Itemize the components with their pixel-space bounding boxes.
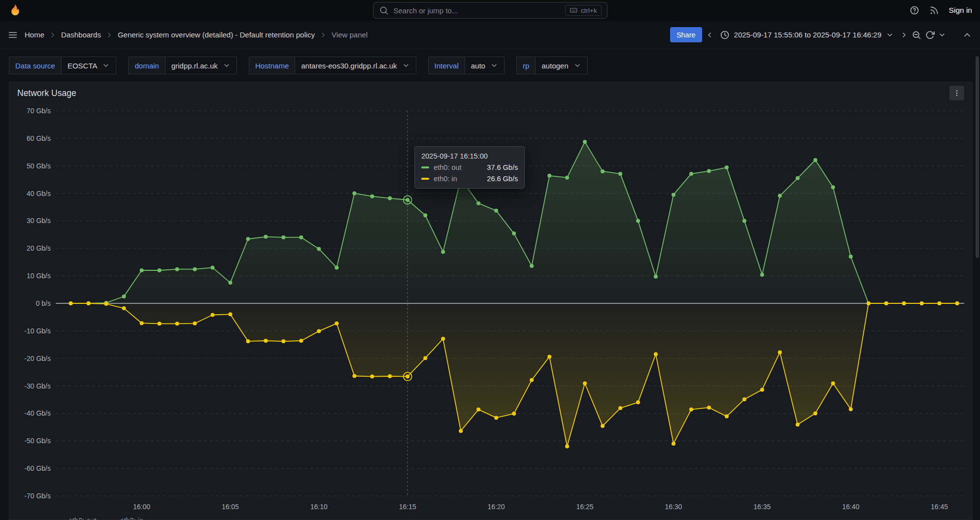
breadcrumb-dashboard-name[interactable]: Generic system overview (detailed) - Def… (118, 31, 315, 39)
menu-button[interactable] (8, 30, 18, 40)
shortcut-text: ctrl+k (581, 7, 597, 14)
panel-title: Network Usage (17, 88, 76, 98)
news-button[interactable] (929, 5, 939, 15)
time-range-button[interactable]: 2025-09-17 15:55:06 to 2025-09-17 16:46:… (717, 27, 897, 43)
chevron-up-icon (962, 30, 972, 40)
series-swatch (421, 166, 429, 168)
svg-text:-50 Gb/s: -50 Gb/s (24, 437, 51, 445)
chart-legend: eth0: out eth0: in (9, 514, 972, 520)
shortcut-hint: ctrl+k (565, 5, 602, 16)
search-icon (379, 5, 389, 15)
topbar-right: Sign in (910, 5, 972, 15)
variable-hostname-select[interactable]: antares-eos30.gridpp.rl.ac.uk (295, 57, 416, 74)
chevron-down-icon (490, 62, 498, 69)
svg-text:40 Gb/s: 40 Gb/s (27, 190, 51, 197)
kebab-menu-icon (953, 89, 961, 97)
svg-text:-40 Gb/s: -40 Gb/s (24, 409, 51, 417)
chart-area: 70 Gb/s60 Gb/s50 Gb/s40 Gb/s30 Gb/s20 Gb… (9, 104, 972, 514)
collapse-button[interactable] (962, 30, 972, 40)
svg-text:-10 Gb/s: -10 Gb/s (24, 327, 51, 335)
time-forward-button[interactable] (900, 31, 908, 39)
variable-interval: Interval auto (428, 57, 505, 74)
template-variables-row: Data source EOSCTA domain gridpp.rl.ac.u… (0, 49, 980, 82)
svg-text:16:05: 16:05 (222, 503, 239, 511)
chevron-down-icon (938, 31, 946, 39)
network-usage-panel: Network Usage 70 Gb/s60 Gb/s50 Gb/s40 Gb… (9, 82, 973, 520)
scrollbar[interactable] (976, 56, 979, 258)
clock-icon (720, 30, 730, 40)
chevron-down-icon (223, 62, 231, 69)
svg-text:0 b/s: 0 b/s (36, 299, 51, 307)
chevron-down-icon (574, 62, 581, 69)
refresh-interval-dropdown[interactable] (938, 31, 946, 39)
svg-text:10 Gb/s: 10 Gb/s (27, 272, 51, 280)
time-back-button[interactable] (706, 31, 713, 39)
tooltip-row: eth0: in 26.6 Gb/s (421, 175, 518, 183)
svg-text:16:45: 16:45 (931, 503, 948, 511)
svg-text:-20 Gb/s: -20 Gb/s (24, 355, 51, 362)
variable-label: domain (128, 57, 165, 74)
legend-item-eth0-out[interactable]: eth0: out (57, 517, 96, 520)
svg-text:16:00: 16:00 (133, 503, 150, 511)
svg-text:60 Gb/s: 60 Gb/s (27, 134, 51, 142)
refresh-button[interactable] (925, 30, 935, 40)
svg-text:16:35: 16:35 (753, 503, 771, 511)
svg-text:16:25: 16:25 (576, 503, 593, 511)
variable-label: Data source (9, 57, 61, 74)
variable-label: Interval (428, 57, 465, 74)
svg-text:-60 Gb/s: -60 Gb/s (24, 464, 51, 472)
series-swatch (421, 178, 429, 180)
legend-item-eth0-in[interactable]: eth0: in (108, 517, 143, 520)
search-placeholder: Search or jump to... (394, 6, 560, 15)
svg-text:16:30: 16:30 (665, 503, 682, 511)
breadcrumb-dashboards[interactable]: Dashboards (61, 31, 101, 39)
breadcrumb-home[interactable]: Home (25, 31, 44, 39)
svg-text:70 Gb/s: 70 Gb/s (27, 107, 51, 115)
variable-data-source: Data source EOSCTA (9, 57, 116, 74)
zoom-out-button[interactable] (912, 30, 921, 40)
variable-domain-select[interactable]: gridpp.rl.ac.uk (165, 57, 237, 74)
svg-text:30 Gb/s: 30 Gb/s (27, 217, 51, 225)
svg-text:16:20: 16:20 (488, 503, 505, 511)
share-button[interactable]: Share (670, 27, 702, 42)
breadcrumb-view-panel: View panel (332, 31, 368, 39)
variable-label: Hostname (249, 57, 295, 74)
svg-text:20 Gb/s: 20 Gb/s (27, 244, 51, 252)
chevron-down-icon (102, 62, 110, 69)
chart-tooltip: 2025-09-17 16:15:00 eth0: out 37.6 Gb/s … (414, 146, 525, 189)
zoom-out-icon (912, 30, 921, 40)
rss-icon (929, 5, 939, 15)
svg-text:16:40: 16:40 (842, 503, 859, 511)
refresh-icon (925, 30, 935, 40)
time-range-label: 2025-09-17 15:55:06 to 2025-09-17 16:46:… (734, 31, 881, 39)
panel-menu-button[interactable] (949, 86, 964, 100)
sign-in-link[interactable]: Sign in (949, 6, 972, 15)
chevron-down-icon (402, 62, 410, 69)
variable-rp-select[interactable]: autogen (535, 57, 587, 74)
svg-text:-70 Gb/s: -70 Gb/s (24, 492, 51, 500)
svg-text:-30 Gb/s: -30 Gb/s (24, 382, 51, 390)
chevron-left-icon (706, 31, 713, 39)
nav-right-controls: Share 2025-09-17 15:55:06 to 2025-09-17 … (670, 27, 972, 43)
help-icon (910, 5, 919, 15)
chevron-right-icon (105, 31, 113, 39)
grafana-app: Search or jump to... ctrl+k (0, 0, 980, 520)
chevron-right-icon (49, 31, 57, 39)
dashboard-body: Network Usage 70 Gb/s60 Gb/s50 Gb/s40 Gb… (0, 82, 980, 520)
tooltip-row: eth0: out 37.6 Gb/s (421, 163, 518, 171)
variable-hostname: Hostname antares-eos30.gridpp.rl.ac.uk (249, 57, 416, 74)
help-button[interactable] (910, 5, 919, 15)
menu-icon (8, 30, 18, 40)
top-bar: Search or jump to... ctrl+k (0, 0, 980, 21)
chevron-right-icon (900, 31, 908, 39)
variable-interval-select[interactable]: auto (465, 57, 505, 74)
chevron-down-icon (886, 31, 894, 39)
nav-bar: Home Dashboards Generic system overview … (0, 21, 980, 49)
panel-header: Network Usage (9, 82, 972, 104)
svg-text:50 Gb/s: 50 Gb/s (27, 162, 51, 170)
variable-domain: domain gridpp.rl.ac.uk (128, 57, 237, 74)
svg-text:16:10: 16:10 (310, 503, 328, 511)
variable-data-source-select[interactable]: EOSCTA (61, 57, 117, 74)
search-input[interactable]: Search or jump to... ctrl+k (373, 2, 608, 19)
grafana-logo-icon[interactable] (8, 3, 22, 17)
